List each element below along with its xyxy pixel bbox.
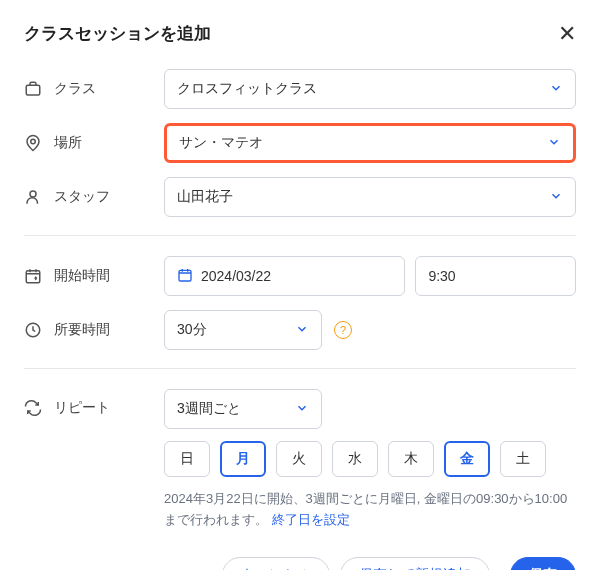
date-input[interactable]: 2024/03/22: [164, 256, 405, 296]
field-duration: 所要時間 30分 ?: [24, 310, 576, 350]
time-value: 9:30: [428, 268, 455, 284]
day-tue[interactable]: 火: [276, 441, 322, 477]
chevron-down-icon: [549, 81, 563, 98]
label-wrap: クラス: [24, 80, 164, 98]
location-icon: [24, 134, 42, 152]
field-control: サン・マテオ: [164, 123, 576, 163]
repeat-icon: [24, 399, 42, 417]
select-value: 30分: [177, 321, 207, 339]
cancel-button[interactable]: キャンセル: [222, 557, 330, 570]
dialog-footer: キャンセル 保存して新規追加 保存: [24, 557, 576, 570]
field-label: スタッフ: [54, 188, 110, 206]
day-mon[interactable]: 月: [220, 441, 266, 477]
field-class: クラス クロスフィットクラス: [24, 69, 576, 109]
divider: [24, 368, 576, 369]
repeat-select[interactable]: 3週間ごと: [164, 389, 322, 429]
staff-select[interactable]: 山田花子: [164, 177, 576, 217]
field-label: クラス: [54, 80, 96, 98]
day-wed[interactable]: 水: [332, 441, 378, 477]
field-location: 場所 サン・マテオ: [24, 123, 576, 163]
select-value: 3週間ごと: [177, 400, 241, 418]
svg-point-2: [30, 191, 36, 197]
duration-select[interactable]: 30分: [164, 310, 322, 350]
calendar-icon: [177, 267, 193, 286]
select-value: クロスフィットクラス: [177, 80, 317, 98]
chevron-down-icon: [549, 189, 563, 206]
date-value: 2024/03/22: [201, 268, 271, 284]
day-sun[interactable]: 日: [164, 441, 210, 477]
class-select[interactable]: クロスフィットクラス: [164, 69, 576, 109]
day-fri[interactable]: 金: [444, 441, 490, 477]
field-start-time: 開始時間 2024/03/22 9:30: [24, 256, 576, 296]
select-value: サン・マテオ: [179, 134, 263, 152]
field-control: 2024/03/22 9:30: [164, 256, 576, 296]
label-wrap: スタッフ: [24, 188, 164, 206]
close-icon[interactable]: ✕: [558, 23, 576, 45]
label-wrap: 場所: [24, 134, 164, 152]
svg-rect-4: [179, 270, 191, 281]
person-icon: [24, 188, 42, 206]
desc-text: 2024年3月22日に開始、3週間ごとに月曜日, 金曜日の09:30から10:0…: [164, 491, 567, 527]
calendar-arrow-icon: [24, 267, 42, 285]
day-sat[interactable]: 土: [500, 441, 546, 477]
field-label: 場所: [54, 134, 82, 152]
set-end-date-link[interactable]: 終了日を設定: [272, 512, 350, 527]
chevron-down-icon: [295, 401, 309, 418]
label-wrap: リピート: [24, 389, 164, 417]
field-staff: スタッフ 山田花子: [24, 177, 576, 217]
svg-point-1: [31, 139, 36, 144]
days-row: 日 月 火 水 木 金 土: [164, 441, 576, 477]
time-input[interactable]: 9:30: [415, 256, 576, 296]
field-label: 所要時間: [54, 321, 110, 339]
save-and-new-button[interactable]: 保存して新規追加: [340, 557, 490, 570]
day-thu[interactable]: 木: [388, 441, 434, 477]
dialog-header: クラスセッションを追加 ✕: [24, 22, 576, 45]
field-control: 山田花子: [164, 177, 576, 217]
location-select[interactable]: サン・マテオ: [164, 123, 576, 163]
svg-rect-0: [26, 85, 40, 95]
repeat-description: 2024年3月22日に開始、3週間ごとに月曜日, 金曜日の09:30から10:0…: [164, 489, 576, 531]
field-control: 30分 ?: [164, 310, 576, 350]
repeat-body: 3週間ごと 日 月 火 水 木 金 土 2024年3月22日に開始、3週間ごとに…: [164, 389, 576, 531]
svg-rect-3: [26, 271, 40, 283]
label-wrap: 開始時間: [24, 267, 164, 285]
briefcase-icon: [24, 80, 42, 98]
save-button[interactable]: 保存: [510, 557, 576, 570]
chevron-down-icon: [295, 322, 309, 339]
label-wrap: 所要時間: [24, 321, 164, 339]
clock-icon: [24, 321, 42, 339]
field-repeat: リピート 3週間ごと 日 月 火 水 木 金 土 2024年3月22日に開始、3…: [24, 389, 576, 531]
chevron-down-icon: [547, 135, 561, 152]
field-label: 開始時間: [54, 267, 110, 285]
divider: [24, 235, 576, 236]
dialog-title: クラスセッションを追加: [24, 22, 211, 45]
field-control: クロスフィットクラス: [164, 69, 576, 109]
help-icon[interactable]: ?: [334, 321, 352, 339]
field-label: リピート: [54, 399, 110, 417]
select-value: 山田花子: [177, 188, 233, 206]
